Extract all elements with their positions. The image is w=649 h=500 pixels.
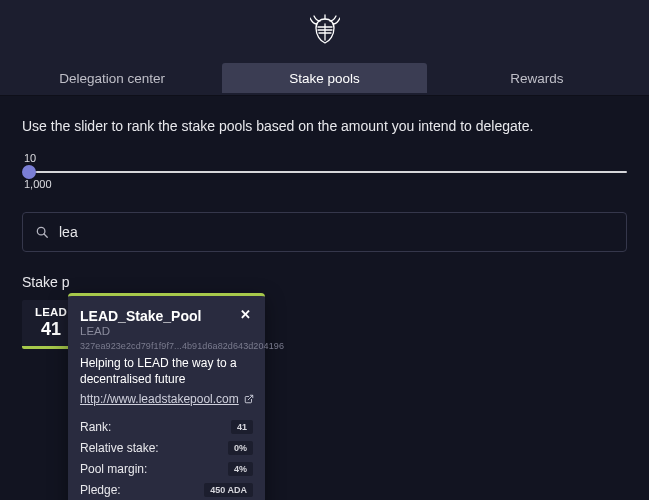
external-link-icon bbox=[244, 394, 254, 404]
tab-delegation-center[interactable]: Delegation center bbox=[10, 63, 214, 93]
search-field[interactable] bbox=[22, 212, 627, 252]
stat-pledge: Pledge: 450 ADA bbox=[80, 483, 253, 497]
stat-value: 0% bbox=[228, 441, 253, 455]
content-area: Use the slider to rank the stake pools b… bbox=[0, 96, 649, 500]
app-header bbox=[0, 0, 649, 60]
delegate-amount-slider[interactable]: 10 1,000 bbox=[22, 154, 627, 194]
stat-value: 450 ADA bbox=[204, 483, 253, 497]
popover-description: Helping to LEAD the way to a decentralis… bbox=[80, 356, 253, 387]
instruction-text: Use the slider to rank the stake pools b… bbox=[22, 118, 627, 134]
search-icon bbox=[35, 225, 49, 239]
stat-value: 41 bbox=[231, 420, 253, 434]
stat-rank: Rank: 41 bbox=[80, 420, 253, 434]
stat-label: Rank: bbox=[80, 421, 111, 433]
popover-stats: Rank: 41 Relative stake: 0% Pool margin:… bbox=[80, 420, 253, 500]
svg-line-1 bbox=[44, 234, 47, 237]
slider-min-label: 10 bbox=[24, 152, 36, 164]
pool-detail-popover: LEAD_Stake_Pool ✕ LEAD 327ea923e2cd79f1f… bbox=[68, 293, 265, 500]
slider-track[interactable] bbox=[26, 171, 627, 173]
tab-stake-pools[interactable]: Stake pools bbox=[222, 63, 426, 93]
popover-ticker: LEAD bbox=[80, 325, 253, 337]
stat-value: 4% bbox=[228, 462, 253, 476]
stat-label: Relative stake: bbox=[80, 442, 159, 454]
app-logo-icon bbox=[310, 13, 340, 47]
slider-max-label: 1,000 bbox=[24, 178, 52, 190]
tab-rewards[interactable]: Rewards bbox=[435, 63, 639, 93]
popover-homepage-link[interactable]: http://www.leadstakepool.com bbox=[80, 392, 239, 406]
stat-margin: Pool margin: 4% bbox=[80, 462, 253, 476]
popover-hash: 327ea923e2cd79f1f9f7...4b91d6a82d643d204… bbox=[80, 341, 253, 351]
tab-bar: Delegation center Stake pools Rewards bbox=[0, 60, 649, 96]
stat-label: Pool margin: bbox=[80, 463, 147, 475]
close-icon[interactable]: ✕ bbox=[238, 308, 253, 321]
popover-title: LEAD_Stake_Pool bbox=[80, 308, 201, 324]
svg-line-2 bbox=[248, 396, 253, 401]
search-input[interactable] bbox=[59, 224, 614, 240]
stat-relative-stake: Relative stake: 0% bbox=[80, 441, 253, 455]
stat-label: Pledge: bbox=[80, 484, 121, 496]
stake-pools-heading: Stake p bbox=[22, 274, 627, 290]
slider-thumb[interactable] bbox=[22, 165, 36, 179]
